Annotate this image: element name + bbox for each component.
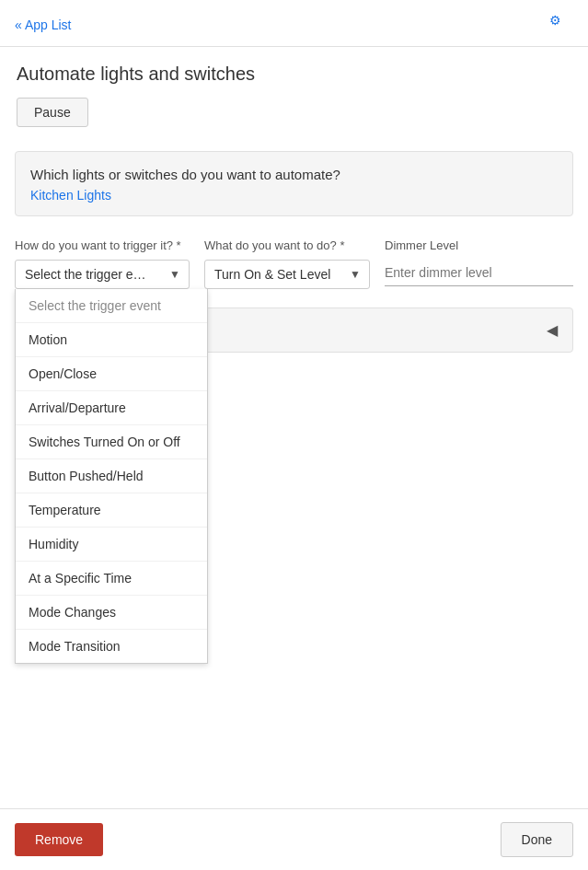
form-row: How do you want to trigger it? * Select …: [15, 238, 573, 289]
page-title-area: Automate lights and switches: [0, 47, 588, 94]
action-select-wrapper: Turn On & Set Level Turn On Turn Off Tog…: [204, 260, 370, 289]
trigger-select-wrapper: Select the trigger e… ▼ Select the trigg…: [15, 260, 190, 289]
dropdown-item-button[interactable]: Button Pushed/Held: [16, 459, 207, 493]
bottom-buttons: Remove Done: [0, 808, 588, 870]
dropdown-item-mode_transition[interactable]: Mode Transition: [16, 630, 207, 663]
trigger-select[interactable]: Select the trigger e…: [15, 260, 190, 289]
info-box-question: Which lights or switches do you want to …: [30, 167, 558, 182]
dimmer-input[interactable]: [385, 260, 573, 286]
app-list-link[interactable]: « App List: [15, 17, 72, 32]
done-button[interactable]: Done: [501, 822, 573, 857]
dropdown-item-open_close[interactable]: Open/Close: [16, 357, 207, 391]
action-label: What do you want to do? *: [204, 238, 370, 254]
trigger-dropdown-menu: Select the trigger eventMotionOpen/Close…: [15, 289, 208, 664]
pause-button[interactable]: Pause: [17, 98, 88, 127]
pause-btn-area: Pause: [0, 94, 588, 142]
dropdown-item-humidity[interactable]: Humidity: [16, 528, 207, 562]
remove-button[interactable]: Remove: [15, 823, 103, 856]
dropdown-item-switches_on_off[interactable]: Switches Turned On or Off: [16, 425, 207, 459]
trigger-column: How do you want to trigger it? * Select …: [15, 238, 190, 289]
action-column: What do you want to do? * Turn On & Set …: [204, 238, 370, 289]
form-area: How do you want to trigger it? * Select …: [0, 231, 588, 289]
dropdown-item-mode_changes[interactable]: Mode Changes: [16, 596, 207, 630]
dropdown-item-specific_time[interactable]: At a Specific Time: [16, 562, 207, 596]
trigger-label: How do you want to trigger it? *: [15, 238, 190, 254]
info-box: Which lights or switches do you want to …: [15, 151, 573, 216]
chevron-left-icon: ◀: [547, 321, 558, 339]
dropdown-item-arrival_departure[interactable]: Arrival/Departure: [16, 391, 207, 425]
kitchen-lights-link[interactable]: Kitchen Lights: [30, 188, 111, 203]
dropdown-item-placeholder[interactable]: Select the trigger event: [16, 289, 207, 323]
header: « App List ⚙: [0, 0, 588, 47]
page-title: Automate lights and switches: [17, 64, 571, 85]
gear-icon[interactable]: ⚙: [549, 13, 573, 37]
action-select[interactable]: Turn On & Set Level Turn On Turn Off Tog…: [204, 260, 370, 289]
dimmer-column: Dimmer Level: [385, 238, 573, 286]
dimmer-label: Dimmer Level: [385, 238, 573, 254]
dropdown-item-temperature[interactable]: Temperature: [16, 493, 207, 528]
dropdown-item-motion[interactable]: Motion: [16, 323, 207, 357]
